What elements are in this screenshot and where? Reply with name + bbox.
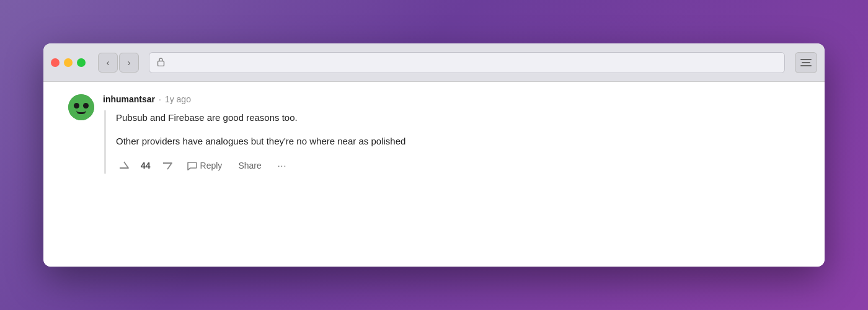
address-bar[interactable] <box>149 52 785 73</box>
vote-count: 44 <box>138 161 153 170</box>
more-icon: ··· <box>278 161 287 170</box>
forward-button[interactable]: › <box>119 53 139 73</box>
browser-toolbar: ‹ › <box>43 43 825 82</box>
back-icon: ‹ <box>107 58 110 68</box>
lock-icon <box>157 57 165 68</box>
forward-icon: › <box>128 58 131 68</box>
comment-header: inhumantsar · 1y ago <box>103 94 800 104</box>
reply-icon <box>187 161 197 171</box>
menu-line-bottom <box>800 65 812 66</box>
maximize-button[interactable] <box>77 58 86 67</box>
browser-content: inhumantsar · 1y ago Pubsub and Firebase… <box>43 82 825 267</box>
comment-text-line2: Other providers have analogues but they'… <box>116 134 800 149</box>
menu-button[interactable] <box>795 52 817 73</box>
comment-content: Pubsub and Firebase are good reasons too… <box>104 110 800 174</box>
share-button[interactable]: Share <box>233 158 266 173</box>
svg-rect-0 <box>158 61 164 66</box>
comment-body: inhumantsar · 1y ago Pubsub and Firebase… <box>103 94 800 174</box>
traffic-lights <box>51 58 86 67</box>
upvote-icon <box>118 160 130 171</box>
address-input[interactable] <box>170 58 777 67</box>
comment-container: inhumantsar · 1y ago Pubsub and Firebase… <box>68 94 800 174</box>
avatar <box>68 94 94 120</box>
nav-buttons: ‹ › <box>98 53 139 73</box>
comment-actions: 44 Reply Shar <box>116 157 800 174</box>
comment-text-line1: Pubsub and Firebase are good reasons too… <box>116 110 800 125</box>
avatar-eye-left <box>74 103 79 108</box>
menu-line-top <box>800 59 812 60</box>
separator: · <box>159 94 161 104</box>
more-button[interactable]: ··· <box>273 158 292 173</box>
menu-line-middle <box>802 62 810 63</box>
avatar-face <box>68 94 94 120</box>
close-button[interactable] <box>51 58 60 67</box>
browser-window: ‹ › <box>43 43 825 267</box>
avatar-mouth <box>76 110 86 114</box>
username: inhumantsar <box>103 94 155 104</box>
minimize-button[interactable] <box>64 58 73 67</box>
upvote-button[interactable] <box>116 157 132 174</box>
reply-button[interactable]: Reply <box>182 158 228 174</box>
share-label: Share <box>238 161 261 170</box>
avatar-eye-right <box>83 103 89 108</box>
back-button[interactable]: ‹ <box>98 53 118 73</box>
downvote-icon <box>162 160 173 171</box>
timestamp: 1y ago <box>165 94 191 104</box>
reply-label: Reply <box>200 161 223 170</box>
downvote-button[interactable] <box>159 157 175 174</box>
